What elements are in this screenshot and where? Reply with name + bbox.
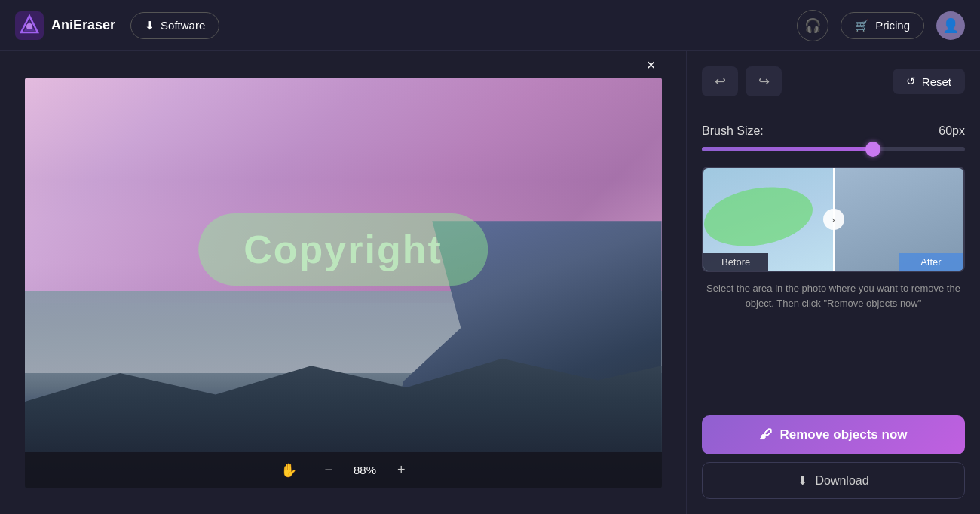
main-content: × Copyright ✋ <box>0 51 980 514</box>
brush-size-value: 60px <box>939 124 965 138</box>
zoom-out-button[interactable]: − <box>318 459 338 481</box>
before-after-preview[interactable]: Before After › <box>702 167 965 272</box>
right-panel: ↩ ↪ ↺ Reset Brush Size: 60px <box>686 51 980 514</box>
hand-icon: ✋ <box>280 463 297 478</box>
instruction-text: Select the area in the photo where you w… <box>702 281 965 311</box>
svg-point-3 <box>26 23 32 29</box>
brush-section: Brush Size: 60px <box>702 124 965 151</box>
brush-slider-track <box>702 147 965 151</box>
preview-section: Before After › Select the area in the ph… <box>702 167 965 311</box>
after-half: After <box>834 168 964 271</box>
avatar-icon: 👤 <box>942 17 959 34</box>
software-button-label: Software <box>161 19 205 32</box>
app-name: AniEraser <box>51 17 115 33</box>
brush-size-label: Brush Size: <box>702 124 764 138</box>
redo-icon: ↪ <box>758 73 770 90</box>
before-half: Before <box>703 168 834 271</box>
download-button[interactable]: ⬇ Download <box>702 462 965 499</box>
copyright-text: Copyright <box>243 228 443 271</box>
pricing-button-label: Pricing <box>875 19 910 32</box>
reset-icon: ↺ <box>906 75 916 88</box>
painted-selection-area <box>703 179 818 254</box>
headset-icon: 🎧 <box>804 17 821 34</box>
zoom-level: 88% <box>354 464 376 476</box>
reset-label: Reset <box>922 75 951 88</box>
reset-button[interactable]: ↺ Reset <box>893 69 965 94</box>
support-button[interactable]: 🎧 <box>797 10 828 41</box>
divider-arrow: › <box>823 209 844 230</box>
action-buttons: 🖌 Remove objects now ⬇ Download <box>702 415 965 499</box>
download-icon: ⬇ <box>145 19 155 32</box>
pricing-button[interactable]: 🛒 Pricing <box>841 12 924 39</box>
user-avatar[interactable]: 👤 <box>936 11 965 40</box>
software-button[interactable]: ⬇ Software <box>130 12 219 39</box>
canvas-area[interactable]: × Copyright ✋ <box>0 51 686 514</box>
undo-icon: ↩ <box>715 73 726 90</box>
before-label: Before <box>703 253 768 271</box>
zoom-plus-icon: + <box>397 462 406 477</box>
remove-objects-button[interactable]: 🖌 Remove objects now <box>702 415 965 454</box>
zoom-minus-icon: − <box>324 462 332 477</box>
undo-button[interactable]: ↩ <box>702 66 738 96</box>
app-logo-icon <box>15 11 44 40</box>
download-button-label: Download <box>815 474 868 488</box>
close-button[interactable]: × <box>641 55 662 76</box>
brush-slider-thumb[interactable] <box>865 142 880 157</box>
copyright-overlay: Copyright <box>198 213 488 286</box>
remove-button-label: Remove objects now <box>779 427 907 442</box>
hand-tool-button[interactable]: ✋ <box>274 459 303 482</box>
image-toolbar: ✋ − 88% + <box>25 452 662 488</box>
remove-icon: 🖌 <box>759 427 772 442</box>
download-icon: ⬇ <box>798 473 807 488</box>
image-container[interactable]: Copyright ✋ − 88% + <box>25 78 662 488</box>
brush-header: Brush Size: 60px <box>702 124 965 138</box>
logo-area: AniEraser <box>15 11 115 40</box>
close-icon: × <box>647 57 656 74</box>
app-header: AniEraser ⬇ Software 🎧 🛒 Pricing 👤 <box>0 0 980 51</box>
brush-slider-fill <box>702 147 873 151</box>
header-right: 🎧 🛒 Pricing 👤 <box>797 10 965 41</box>
redo-button[interactable]: ↪ <box>746 66 782 96</box>
cart-icon: 🛒 <box>855 19 869 32</box>
controls-row: ↩ ↪ ↺ Reset <box>702 66 965 109</box>
after-label: After <box>899 253 963 271</box>
zoom-in-button[interactable]: + <box>391 459 412 481</box>
